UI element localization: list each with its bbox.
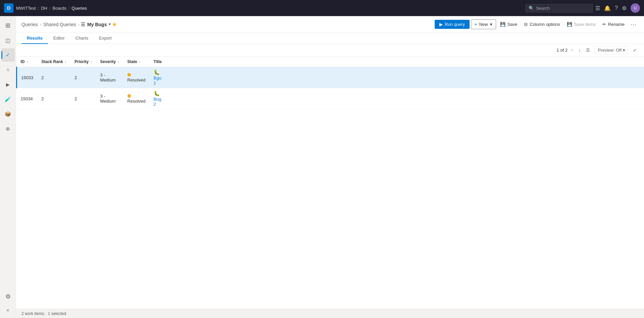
home-icon: ⊞ — [5, 22, 10, 29]
title-link[interactable]: Bug 2 — [154, 97, 161, 107]
query-dropdown-arrow[interactable]: ▾ — [109, 22, 111, 26]
col-stack-rank[interactable]: Stack Rank ↑ — [37, 57, 70, 67]
sidebar-bottom: ⚙ « — [1, 290, 15, 315]
run-query-button[interactable]: ▶ Run query — [435, 20, 470, 29]
search-placeholder: Search — [536, 6, 550, 11]
save-button[interactable]: 💾 Save — [497, 20, 520, 29]
sidebar-item-extensions[interactable]: ⊕ — [1, 122, 15, 136]
star-icon[interactable]: ★ — [112, 21, 117, 28]
sidebar: ⊞ ◫ ✓ ⑃ ▶ 🧪 📦 ⊕ ⚙ « — [0, 16, 16, 318]
new-dropdown-arrow: ▾ — [490, 22, 492, 27]
more-options-button[interactable]: ⋯ — [629, 19, 639, 30]
breadcrumb-queries-link[interactable]: Queries — [21, 22, 38, 27]
tab-charts[interactable]: Charts — [70, 33, 94, 44]
sidebar-collapse-button[interactable]: « — [1, 305, 15, 315]
toolbar-row: 1 of 2 ↑ ↓ ☰ Preview: Off ▾ ⤢ — [16, 44, 644, 57]
sidebar-item-repos[interactable]: ⑃ — [1, 63, 15, 76]
cell-title[interactable]: 🐛 Bug 2 — [150, 88, 166, 109]
repos-icon: ⑃ — [6, 67, 10, 73]
notification-icon[interactable]: 🔔 — [604, 5, 611, 11]
breadcrumb-mwitTest[interactable]: MWITTest — [16, 6, 36, 11]
tab-results[interactable]: Results — [21, 33, 48, 44]
sidebar-item-home[interactable]: ⊞ — [1, 19, 15, 32]
save-items-button[interactable]: 💾 Save items — [564, 20, 598, 29]
filter-button[interactable]: ☰ — [584, 46, 592, 54]
plus-icon: + — [475, 22, 477, 27]
sidebar-item-boards[interactable]: ◫ — [1, 34, 15, 47]
sidebar-settings[interactable]: ⚙ — [1, 290, 15, 303]
state-dot — [127, 73, 131, 76]
table-header-row: ID ↑ Stack Rank ↑ Priority ↑ Severity — [17, 57, 644, 67]
query-title: ☰ My Bugs ▾ — [81, 22, 111, 27]
pagination-text: 1 of 2 — [557, 48, 568, 53]
work-items-count: 2 work items, — [21, 311, 45, 316]
app-logo[interactable]: D — [4, 3, 13, 13]
sidebar-item-test-plans[interactable]: 🧪 — [1, 93, 15, 106]
new-button[interactable]: + New ▾ — [471, 19, 496, 29]
sidebar-item-work-items[interactable]: ✓ — [1, 48, 15, 62]
preview-chevron-icon: ▾ — [623, 48, 625, 53]
top-nav-right: ☰ 🔔 ? ⚙ U — [595, 3, 640, 13]
pagination-up-button[interactable]: ↑ — [569, 46, 575, 54]
tab-export[interactable]: Export — [94, 33, 117, 44]
col-title[interactable]: Title — [150, 57, 166, 67]
more-icon: ⋯ — [631, 21, 637, 28]
list-icon[interactable]: ☰ — [595, 5, 600, 11]
title-link[interactable]: Bgu 1 — [154, 75, 161, 86]
tab-editor[interactable]: Editor — [48, 33, 70, 44]
breadcrumb-shared-queries-link[interactable]: Shared Queries — [43, 22, 76, 27]
tabs: Results Editor Charts Export — [16, 33, 644, 44]
pagination-down-button[interactable]: ↓ — [577, 46, 583, 54]
content-area: Queries › Shared Queries › ☰ My Bugs ▾ ★… — [16, 16, 644, 318]
search-box[interactable]: 🔍 Search — [526, 4, 593, 12]
bug-icon: 🐛 — [154, 91, 160, 96]
artifacts-icon: 📦 — [5, 111, 11, 117]
help-icon[interactable]: ? — [615, 5, 618, 11]
cell-stack-rank: 2 — [37, 67, 70, 88]
col-state[interactable]: State ↑ — [123, 57, 150, 67]
col-id[interactable]: ID ↑ — [17, 57, 38, 67]
col-empty — [166, 57, 644, 67]
save-items-icon: 💾 — [567, 22, 572, 27]
breadcrumb-dh[interactable]: DH — [41, 6, 47, 11]
preview-toggle[interactable]: Preview: Off ▾ — [595, 46, 628, 54]
cell-empty — [166, 88, 644, 109]
top-nav: D MWITTest / DH / Boards / Queries 🔍 Sea… — [0, 0, 644, 16]
table-row[interactable]: 15034 2 2 3 - Medium Resolved 🐛 Bug 2 — [17, 88, 644, 109]
query-breadcrumb: Queries › Shared Queries › — [21, 22, 79, 27]
state-text: Resolved — [127, 99, 146, 104]
breadcrumb: MWITTest / DH / Boards / Queries — [16, 6, 87, 11]
cell-priority: 2 — [70, 88, 96, 109]
col-severity[interactable]: Severity ↑ — [96, 57, 123, 67]
work-items-icon: ✓ — [6, 52, 10, 58]
avatar[interactable]: U — [631, 3, 640, 13]
query-name-icon: ☰ — [81, 22, 85, 27]
selected-count: 1 selected — [48, 311, 66, 316]
breadcrumb-boards[interactable]: Boards — [53, 6, 66, 11]
sep2: / — [49, 6, 51, 11]
sep1: / — [38, 6, 39, 11]
rename-button[interactable]: ✏ Rename — [600, 20, 627, 29]
expand-button[interactable]: ⤢ — [631, 46, 639, 54]
cell-title[interactable]: 🐛 Bgu 1 — [150, 67, 166, 88]
save-icon: 💾 — [500, 22, 505, 27]
run-icon: ▶ — [439, 22, 443, 27]
test-plans-icon: 🧪 — [5, 96, 11, 102]
table-row[interactable]: 15033 2 2 3 - Medium Resolved 🐛 Bgu 1 — [17, 67, 644, 88]
cell-state: Resolved — [123, 67, 150, 88]
pagination: 1 of 2 ↑ ↓ ☰ — [557, 46, 592, 54]
settings-icon[interactable]: ⚙ — [622, 5, 627, 11]
pipelines-icon: ▶ — [6, 82, 10, 87]
main-layout: ⊞ ◫ ✓ ⑃ ▶ 🧪 📦 ⊕ ⚙ « — [0, 16, 644, 318]
col-priority[interactable]: Priority ↑ — [70, 57, 96, 67]
columns-icon: ⊟ — [524, 22, 528, 27]
breadcrumb-queries[interactable]: Queries — [71, 6, 87, 11]
column-options-button[interactable]: ⊟ Column options — [521, 20, 562, 29]
query-name-text: My Bugs — [87, 22, 107, 27]
sidebar-item-pipelines[interactable]: ▶ — [1, 78, 15, 91]
sort-severity-icon: ↑ — [118, 60, 119, 64]
bc-sep1: › — [40, 22, 41, 27]
sidebar-item-artifacts[interactable]: 📦 — [1, 107, 15, 121]
cell-stack-rank: 2 — [37, 88, 70, 109]
extensions-icon: ⊕ — [6, 126, 10, 132]
